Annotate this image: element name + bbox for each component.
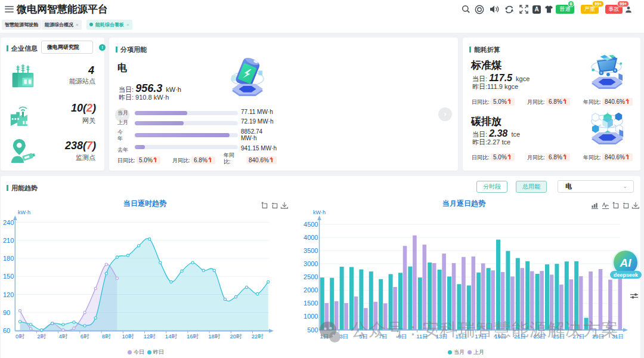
svg-text:12时: 12时 (144, 333, 156, 340)
svg-text:AI: AI (620, 257, 632, 269)
svg-text:deepseek: deepseek (614, 272, 639, 278)
svg-text:500: 500 (307, 326, 318, 334)
svg-text:16时: 16时 (187, 333, 199, 340)
svg-text:1500: 1500 (304, 300, 318, 307)
svg-text:3500: 3500 (304, 247, 318, 254)
svg-text:180: 180 (3, 255, 14, 262)
svg-text:60: 60 (3, 327, 10, 334)
svg-text:8时: 8时 (102, 333, 111, 340)
svg-text:2时: 2时 (37, 333, 46, 340)
svg-text:20时: 20时 (230, 333, 242, 340)
svg-text:4时: 4时 (59, 333, 68, 340)
svg-text:14时: 14时 (165, 333, 178, 340)
svg-text:1000: 1000 (304, 313, 318, 320)
svg-text:22时: 22时 (252, 333, 264, 340)
svg-text:4500: 4500 (304, 221, 318, 228)
svg-text:4000: 4000 (304, 234, 318, 241)
svg-text:3000: 3000 (304, 260, 318, 267)
svg-text:10时: 10时 (122, 333, 134, 340)
svg-text:150: 150 (3, 273, 14, 280)
svg-text:2000: 2000 (304, 286, 318, 294)
svg-text:2500: 2500 (304, 273, 318, 280)
svg-text:210: 210 (3, 237, 14, 244)
svg-text:240: 240 (3, 219, 14, 226)
svg-text:90: 90 (3, 309, 10, 316)
svg-text:6时: 6时 (80, 333, 89, 340)
svg-text:120: 120 (3, 291, 14, 298)
svg-text:0时: 0时 (16, 333, 24, 340)
svg-text:18时: 18时 (208, 333, 221, 340)
